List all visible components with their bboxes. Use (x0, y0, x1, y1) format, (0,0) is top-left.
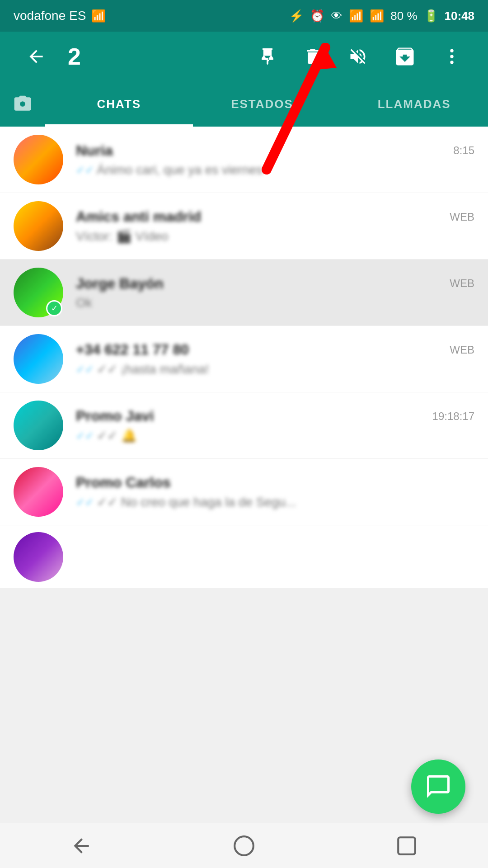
battery-icon: 🔋 (424, 9, 438, 23)
chat-item[interactable]: Promo Carlos ✓✓ ✓✓ No creo que haga la d… (0, 459, 488, 525)
tab-chats[interactable]: CHATS (45, 81, 193, 127)
avatar-container (14, 201, 63, 251)
avatar-container (14, 401, 63, 450)
check-icon: ✓✓ (76, 164, 94, 176)
clock: 10:48 (445, 9, 475, 23)
chat-header: +34 622 11 77 80 WEB (76, 341, 474, 358)
chat-header: Promo Javi 19:18:17 (76, 408, 474, 425)
chat-content: +34 622 11 77 80 WEB ✓✓ ✓✓ ¡hasta mañana… (76, 341, 474, 377)
svg-rect-6 (398, 837, 415, 854)
badge-check-icon: ✓ (51, 303, 58, 313)
preview-text: Ok (76, 296, 92, 310)
check-icon: ✓✓ (76, 363, 94, 376)
chat-item[interactable]: Promo Javi 19:18:17 ✓✓ ✓✓ 🔔 (0, 392, 488, 459)
check-icon: ✓✓ (76, 496, 94, 509)
svg-point-5 (235, 836, 253, 855)
avatar (14, 401, 63, 450)
status-icons: ⚡ ⏰ 👁 📶 📶 80 % 🔋 10:48 (289, 9, 474, 23)
bottom-nav (0, 823, 488, 868)
chat-content: Nuria 8:15 ✓✓ Ánimo cari, que ya es vier… (76, 142, 474, 177)
camera-tab-icon[interactable] (0, 81, 45, 127)
chat-time: WEB (450, 277, 474, 290)
avatar-container (14, 135, 63, 184)
chat-name: +34 622 11 77 80 (76, 341, 189, 358)
chat-name: Promo Javi (76, 408, 154, 425)
compose-fab[interactable] (411, 760, 465, 814)
wifi-icon: 📶 (349, 9, 363, 23)
tab-estados[interactable]: ESTADOS (193, 81, 341, 127)
chat-content: Amics anti madrid WEB Víctor: 🎬 Vídeo (76, 208, 474, 244)
avatar-container (14, 532, 63, 582)
eye-icon: 👁 (331, 9, 343, 23)
avatar (14, 467, 63, 517)
chat-preview: ✓✓ ✓✓ ¡hasta mañana! (76, 362, 474, 377)
check-icon: ✓✓ (76, 429, 94, 442)
recent-nav-button[interactable] (384, 832, 429, 859)
chat-time: 19:18:17 (432, 410, 474, 423)
mute-button[interactable] (335, 47, 380, 66)
chat-item[interactable] (0, 525, 488, 589)
chat-time: WEB (450, 211, 474, 223)
tab-llamadas[interactable]: LLAMADAS (340, 81, 488, 127)
chat-item[interactable]: Nuria 8:15 ✓✓ Ánimo cari, que ya es vier… (0, 127, 488, 193)
chat-preview: ✓✓ ✓✓ No creo que haga la de Segu... (76, 495, 474, 509)
chat-preview: ✓✓ ✓✓ 🔔 (76, 428, 474, 443)
chat-header: Nuria 8:15 (76, 142, 474, 159)
chat-name: Jorge Bayón (76, 275, 164, 292)
tab-bar: CHATS ESTADOS LLAMADAS (0, 81, 488, 127)
avatar (14, 334, 63, 384)
carrier-icon: 📶 (91, 9, 106, 23)
avatar-container (14, 334, 63, 384)
back-nav-button[interactable] (59, 832, 104, 859)
battery-percent: 80 % (390, 9, 417, 23)
bluetooth-icon: ⚡ (289, 9, 304, 23)
svg-point-4 (450, 61, 453, 64)
chat-content: Promo Carlos ✓✓ ✓✓ No creo que haga la d… (76, 474, 474, 509)
signal-icon: 📶 (370, 9, 384, 23)
avatar (14, 201, 63, 251)
chat-header: Promo Carlos (76, 474, 474, 491)
archive-button[interactable] (380, 45, 429, 68)
chat-time: WEB (450, 344, 474, 356)
avatar (14, 532, 63, 582)
chat-name: Promo Carlos (76, 474, 171, 491)
avatar (14, 135, 63, 184)
chat-name: Nuria (76, 142, 113, 159)
chat-preview: Víctor: 🎬 Vídeo (76, 229, 474, 244)
chat-item[interactable]: +34 622 11 77 80 WEB ✓✓ ✓✓ ¡hasta mañana… (0, 326, 488, 392)
alarm-icon: ⏰ (310, 9, 324, 23)
estados-dot (296, 101, 302, 107)
tab-chats-label: CHATS (97, 97, 141, 111)
chat-content: Jorge Bayón WEB Ok (76, 275, 474, 310)
chat-list: Nuria 8:15 ✓✓ Ánimo cari, que ya es vier… (0, 127, 488, 589)
back-button[interactable] (14, 47, 59, 66)
chat-item[interactable]: ✓ Jorge Bayón WEB Ok (0, 259, 488, 326)
compose-icon (425, 773, 452, 800)
carrier-name: vodafone ES (14, 9, 86, 23)
avatar-badge: ✓ (46, 300, 62, 316)
chat-time: 8:15 (453, 144, 474, 157)
avatar-container (14, 467, 63, 517)
avatar-container: ✓ (14, 268, 63, 317)
action-bar: 2 (0, 32, 488, 81)
home-nav-button[interactable] (221, 832, 267, 859)
preview-text: ✓✓ No creo que haga la de Segu... (97, 495, 296, 509)
svg-point-3 (450, 55, 453, 58)
chat-preview: ✓✓ Ánimo cari, que ya es viernes (76, 163, 474, 177)
more-options-button[interactable] (429, 47, 474, 66)
selected-count: 2 (59, 43, 90, 70)
status-bar: vodafone ES 📶 ⚡ ⏰ 👁 📶 📶 80 % 🔋 10:48 (0, 0, 488, 32)
pin-button[interactable] (245, 47, 290, 66)
chat-header: Amics anti madrid WEB (76, 208, 474, 225)
svg-point-2 (450, 49, 453, 52)
tab-estados-label: ESTADOS (231, 97, 293, 111)
preview-text: ✓✓ 🔔 (97, 428, 137, 443)
chat-content: Promo Javi 19:18:17 ✓✓ ✓✓ 🔔 (76, 408, 474, 443)
delete-button[interactable] (290, 47, 335, 66)
preview-text: Víctor: 🎬 Vídeo (76, 229, 169, 244)
chat-header: Jorge Bayón WEB (76, 275, 474, 292)
tab-llamadas-label: LLAMADAS (378, 97, 451, 111)
chat-preview: Ok (76, 296, 474, 310)
chat-item[interactable]: Amics anti madrid WEB Víctor: 🎬 Vídeo (0, 193, 488, 259)
preview-text: ✓✓ ¡hasta mañana! (97, 362, 209, 377)
